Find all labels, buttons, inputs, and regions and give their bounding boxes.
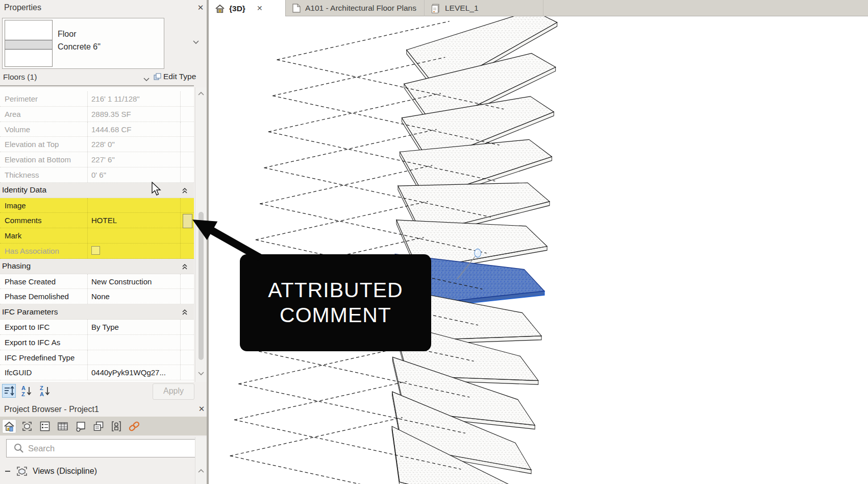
- property-value: 228' 0": [88, 137, 181, 152]
- project-browser-title: Project Browser - Project1: [4, 405, 99, 414]
- has-association-checkbox[interactable]: [91, 246, 100, 255]
- property-row: Elevation at Top228' 0": [0, 137, 194, 152]
- property-row: Volume1444.68 CF: [0, 122, 194, 137]
- scroll-up-icon[interactable]: [196, 88, 206, 99]
- property-label: IfcGUID: [0, 365, 88, 380]
- property-value[interactable]: [88, 198, 181, 213]
- project-browser-close-icon[interactable]: ✕: [197, 404, 206, 414]
- property-value: [88, 244, 181, 258]
- view-tab-bar: {3D}✕A101 - Architectural Floor PlansLEV…: [209, 0, 868, 16]
- sort-by-group-button[interactable]: [2, 384, 16, 398]
- property-label: Has Association: [0, 244, 88, 258]
- property-value: 227' 6": [88, 152, 181, 167]
- sheet-icon: [292, 3, 301, 13]
- collapse-group-icon[interactable]: [182, 309, 188, 316]
- 3d-views-icon[interactable]: [20, 419, 34, 433]
- type-selector[interactable]: Floor Concrete 6": [2, 18, 164, 69]
- link-icon[interactable]: [127, 419, 141, 433]
- drawing-area-3d-view[interactable]: [209, 16, 868, 484]
- home-views-icon[interactable]: [2, 419, 16, 433]
- property-label: Elevation at Top: [0, 137, 88, 152]
- type-selector-dropdown-icon[interactable]: [192, 38, 200, 47]
- view-tab--3d-[interactable]: {3D}✕: [209, 0, 286, 17]
- type-selector-label: Floor Concrete 6": [58, 28, 101, 53]
- edit-type-button[interactable]: Edit Type: [153, 72, 196, 81]
- property-value: 1444.68 CF: [88, 122, 181, 137]
- property-group-header[interactable]: Identity Data: [0, 183, 194, 198]
- comment-callout: ATTRIBUTED COMMENT: [240, 254, 431, 351]
- property-row: Mark: [0, 228, 194, 244]
- property-value[interactable]: New Construction: [88, 274, 181, 289]
- properties-close-icon[interactable]: ✕: [196, 3, 205, 12]
- search-box[interactable]: [6, 439, 199, 457]
- property-label: Phase Demolished: [0, 289, 88, 304]
- selection-filter-chevron-icon[interactable]: [143, 75, 150, 84]
- apply-button[interactable]: Apply: [153, 383, 194, 400]
- type-preview-thumbnail: [5, 20, 53, 67]
- properties-palette: Properties ✕ Floor Concrete 6" Floors (1…: [0, 0, 207, 484]
- 3d-scene[interactable]: [209, 16, 868, 484]
- property-label: Perimeter: [0, 91, 88, 106]
- tree-item-views-discipline[interactable]: Views (Discipline): [0, 462, 194, 480]
- property-value: 216' 1 11/128": [88, 91, 181, 106]
- tab-label: A101 - Architectural Floor Plans: [305, 4, 416, 13]
- property-row: Image: [0, 198, 194, 213]
- groups-icon[interactable]: [109, 419, 123, 433]
- view-tab-a101-architectural-floor-plans[interactable]: A101 - Architectural Floor Plans: [286, 0, 425, 16]
- property-value[interactable]: By Type: [88, 320, 181, 334]
- sheet-list-icon[interactable]: [38, 419, 52, 433]
- properties-scrollbar[interactable]: [195, 87, 207, 382]
- schedules-icon[interactable]: [56, 419, 70, 433]
- collapse-group-icon[interactable]: [182, 263, 188, 270]
- property-group-header[interactable]: IFC Parameters: [0, 304, 194, 320]
- property-value[interactable]: [88, 350, 181, 365]
- property-value[interactable]: [88, 228, 181, 243]
- property-value[interactable]: [88, 335, 181, 350]
- edit-type-icon: [153, 72, 161, 81]
- property-value[interactable]: None: [88, 289, 181, 304]
- property-value: 2889.35 SF: [88, 107, 181, 122]
- scroll-down-icon[interactable]: [196, 368, 206, 378]
- collapse-minus-icon[interactable]: [4, 468, 11, 475]
- selection-filter-label[interactable]: Floors (1): [3, 72, 37, 82]
- tree-scrollbar[interactable]: [195, 437, 207, 484]
- property-row: Thickness0' 6": [0, 167, 194, 183]
- property-value[interactable]: 0440yPyk91WQg27...: [88, 365, 181, 380]
- legends-icon[interactable]: [91, 419, 106, 433]
- property-label: Area: [0, 107, 88, 122]
- property-row: Has Association: [0, 244, 194, 259]
- property-label: IFC Predefined Type: [0, 350, 88, 365]
- project-browser-toolbar: [0, 417, 207, 435]
- svg-text:Z: Z: [21, 391, 25, 397]
- sort-ascending-button[interactable]: A Z: [19, 384, 33, 398]
- type-name-text: Concrete 6": [58, 40, 101, 53]
- divider: [0, 85, 194, 86]
- property-label: Mark: [0, 228, 88, 243]
- tab-label: {3D}: [229, 4, 245, 13]
- mouse-cursor: [152, 182, 165, 197]
- property-row: Phase CreatedNew Construction: [0, 274, 194, 289]
- property-group-header[interactable]: Phasing: [0, 259, 194, 274]
- sheets-icon[interactable]: [73, 419, 88, 433]
- sort-descending-button[interactable]: Z A: [38, 384, 52, 398]
- svg-text:A: A: [40, 391, 44, 397]
- property-row: Export to IFCBy Type: [0, 320, 194, 335]
- scrollbar-thumb[interactable]: [199, 212, 204, 360]
- tree-item-label: Views (Discipline): [33, 467, 97, 476]
- callout-line2: COMMENT: [280, 303, 391, 328]
- view-tab-level-1[interactable]: LEVEL_1: [425, 0, 543, 16]
- property-label: Export to IFC As: [0, 335, 88, 350]
- property-value[interactable]: HOTEL: [88, 213, 181, 228]
- comments-browse-button[interactable]: [183, 214, 192, 228]
- property-row: CommentsHOTEL: [0, 213, 194, 228]
- property-row: Elevation at Bottom227' 6": [0, 152, 194, 167]
- property-row: IFC Predefined Type: [0, 350, 194, 366]
- search-input[interactable]: [27, 443, 177, 454]
- tab-label: LEVEL_1: [445, 4, 479, 13]
- tree-scroll-up-icon[interactable]: [196, 466, 206, 476]
- edit-type-label: Edit Type: [163, 72, 196, 81]
- property-row: Phase DemolishedNone: [0, 289, 194, 304]
- tab-close-icon[interactable]: ✕: [257, 4, 263, 12]
- type-family: Floor: [58, 28, 101, 40]
- collapse-group-icon[interactable]: [182, 187, 188, 194]
